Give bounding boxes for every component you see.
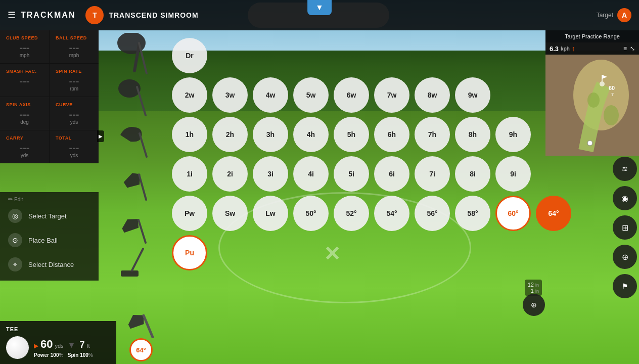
club-btn-3h[interactable]: 3h xyxy=(253,117,288,152)
hybrids-row: 1h 2h 3h 4h 5h 6h 7h 8h 9h xyxy=(172,117,599,152)
svg-line-6 xyxy=(139,174,146,200)
club-btn-3w[interactable]: 3w xyxy=(212,77,248,113)
club-btn-9h[interactable]: 9h xyxy=(495,117,531,152)
expand-map-icon[interactable]: ⊕ xyxy=(523,294,545,316)
spin-axis-unit: deg xyxy=(6,119,43,125)
club-btn-60[interactable]: 60° xyxy=(495,196,531,231)
club-btn-1i[interactable]: 1i xyxy=(172,156,207,192)
irons-row: 1i 2i 3i 4i 5i 6i 7i 8i 9i xyxy=(172,156,599,192)
club-btn-8h[interactable]: 8h xyxy=(455,117,490,152)
flag-button[interactable]: ⚑ xyxy=(613,274,637,298)
right-actions-panel: ≋ ◉ ⊞ ⊕ ⚑ xyxy=(613,157,637,298)
total-label: TOTAL xyxy=(56,135,93,141)
club-btn-dr[interactable]: Dr xyxy=(172,38,207,73)
total-unit: yds xyxy=(56,153,93,158)
select-target-item[interactable]: ◎ Select Target xyxy=(0,204,99,228)
wind-direction-icon: ↑ xyxy=(572,44,575,53)
menu-icon[interactable]: ☰ xyxy=(8,10,16,21)
target-aim-button[interactable]: ⊕ xyxy=(613,245,637,269)
smash-fac-value: --- xyxy=(20,75,30,86)
distance-icon: ⌖ xyxy=(8,257,22,271)
club-btn-56[interactable]: 56° xyxy=(415,196,450,231)
select-distance-item[interactable]: ⌖ Select Distance xyxy=(0,252,99,277)
putter-image xyxy=(111,246,157,289)
club-btn-2i[interactable]: 2i xyxy=(212,156,248,192)
club-selection-grid: Dr 2w 3w 4w 5w 6w 7w 8w 9w 1h 2h 3h 4h 5… xyxy=(172,38,599,275)
club-btn-50[interactable]: 50° xyxy=(293,196,329,231)
left-actions-panel: ✏ Edit ◎ Select Target ⊙ Place Ball ⌖ Se… xyxy=(0,192,99,281)
spin-axis-label: SPIN AXIS xyxy=(6,102,43,107)
carry-value: --- xyxy=(20,142,30,153)
room-name: TRANSCEND SIMROOM xyxy=(109,11,198,19)
carry-unit: yds xyxy=(6,153,43,158)
smash-fac-label: SMASH FAC. xyxy=(6,69,43,74)
mini-map-panel: Target Practice Range 6.3 kph ↑ ≡ ⤡ xyxy=(545,30,639,156)
map-expand-button[interactable]: ⊕ xyxy=(523,294,545,316)
club-btn-2h[interactable]: 2h xyxy=(212,117,248,152)
club-btn-1h[interactable]: 1h xyxy=(172,117,207,152)
spin-rate-value: --- xyxy=(69,75,79,86)
ball-speed-value: --- xyxy=(69,42,79,53)
club-images-area xyxy=(104,33,164,281)
club-btn-lw[interactable]: Lw xyxy=(253,196,288,231)
grid-button[interactable]: ⊞ xyxy=(613,215,637,240)
panel-expand-button[interactable]: ▶ xyxy=(97,130,104,142)
tee-stats: ▶ 60 yds ▼ 7 ft Power 100% Spin 100% xyxy=(34,338,110,358)
club-btn-64[interactable]: 64° xyxy=(536,196,571,231)
club-btn-7i[interactable]: 7i xyxy=(415,156,450,192)
spin-rate-unit: rpm xyxy=(56,86,93,92)
target-badge: Target A xyxy=(597,8,631,22)
club-btn-5h[interactable]: 5h xyxy=(334,117,369,152)
club-btn-5i[interactable]: 5i xyxy=(334,156,369,192)
club-btn-6i[interactable]: 6i xyxy=(374,156,409,192)
club-btn-3i[interactable]: 3i xyxy=(253,156,288,192)
club-btn-7h[interactable]: 7h xyxy=(415,117,450,152)
svg-line-7 xyxy=(139,220,146,243)
club-btn-5w[interactable]: 5w xyxy=(293,77,329,113)
course-map-svg: 60 7 xyxy=(545,55,639,156)
club-btn-8i[interactable]: 8i xyxy=(455,156,490,192)
club-btn-7w[interactable]: 7w xyxy=(374,77,409,113)
spin-axis-value: --- xyxy=(20,109,30,120)
club-btn-pu[interactable]: Pu xyxy=(172,235,207,270)
mini-map-dist-unit: kph xyxy=(561,46,570,52)
wedge-image xyxy=(111,203,157,246)
target-icon: ◎ xyxy=(8,209,22,223)
club-btn-8w[interactable]: 8w xyxy=(415,77,450,113)
ball-speed-unit: mph xyxy=(56,53,93,58)
tee-distance-unit: yds xyxy=(55,343,63,349)
total-box: TOTAL --- yds xyxy=(50,130,99,163)
trackman-logo: TRACKMAN xyxy=(21,11,75,20)
top-dropdown-button[interactable]: ▼ xyxy=(307,0,332,15)
club-btn-4h[interactable]: 4h xyxy=(293,117,329,152)
club-btn-58[interactable]: 58° xyxy=(455,196,490,231)
curve-value: --- xyxy=(69,109,79,120)
map-layers-icon[interactable]: ≡ xyxy=(623,45,627,52)
driver-row: Dr xyxy=(172,38,599,73)
svg-text:7: 7 xyxy=(611,92,614,97)
map-expand-icon[interactable]: ⤡ xyxy=(630,45,635,52)
club-btn-6w[interactable]: 6w xyxy=(334,77,369,113)
camera-view-button[interactable]: ◉ xyxy=(613,186,637,210)
svg-line-10 xyxy=(144,315,153,337)
club-btn-9w[interactable]: 9w xyxy=(455,77,490,113)
distance-in: 1 in xyxy=(528,288,539,294)
target-value: A xyxy=(617,8,631,22)
curve-label: CURVE xyxy=(56,102,93,107)
club-btn-4w[interactable]: 4w xyxy=(253,77,288,113)
club-btn-pw[interactable]: Pw xyxy=(172,196,207,231)
selected-club-silhouette xyxy=(123,298,159,338)
club-btn-sw[interactable]: Sw xyxy=(212,196,248,231)
club-btn-54[interactable]: 54° xyxy=(374,196,409,231)
club-btn-6h[interactable]: 6h xyxy=(374,117,409,152)
place-ball-item[interactable]: ⊙ Place Ball xyxy=(0,228,99,252)
putter-row: Pu xyxy=(172,235,599,270)
club-btn-4i[interactable]: 4i xyxy=(293,156,329,192)
club-btn-52[interactable]: 52° xyxy=(334,196,369,231)
club-btn-9i[interactable]: 9i xyxy=(495,156,531,192)
club-btn-2w[interactable]: 2w xyxy=(172,77,207,113)
svg-rect-8 xyxy=(121,270,139,277)
hybrid-image xyxy=(111,117,157,160)
spin-rate-box: SPIN RATE --- rpm xyxy=(50,64,99,97)
wind-button[interactable]: ≋ xyxy=(613,157,637,181)
